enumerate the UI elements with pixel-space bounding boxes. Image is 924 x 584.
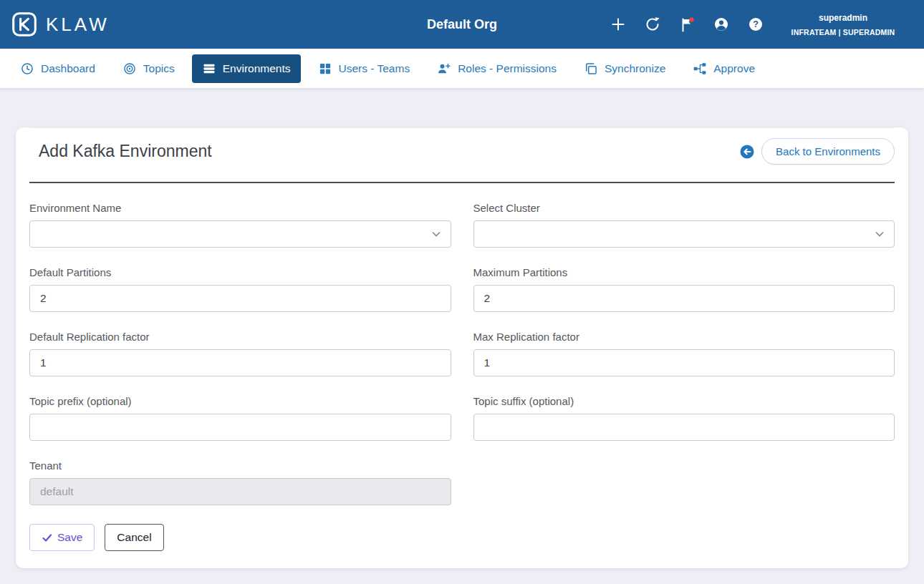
default-replication-input[interactable] <box>29 349 451 376</box>
nav-item-synchronize[interactable]: Synchronize <box>574 54 675 83</box>
back-button-label: Back to Environments <box>776 145 880 157</box>
add-new-button[interactable] <box>610 16 626 32</box>
topics-icon <box>122 62 137 76</box>
nav-item-environments[interactable]: Environments <box>192 54 301 83</box>
chevron-down-icon <box>874 228 885 240</box>
svg-text:?: ? <box>753 19 759 29</box>
notifications-button[interactable] <box>679 16 695 32</box>
tenant-label: Tenant <box>29 459 451 472</box>
nav-label: Topics <box>143 62 175 75</box>
save-button[interactable]: Save <box>29 524 95 551</box>
main-content: Add Kafka Environment Back to Environmen… <box>0 89 924 577</box>
default-partitions-input[interactable] <box>29 285 451 312</box>
cancel-button-label: Cancel <box>117 531 151 544</box>
flag-icon <box>679 16 695 32</box>
nav-label: Roles - Permissions <box>458 62 557 75</box>
help-button[interactable]: ? <box>748 16 764 32</box>
page-title: Add Kafka Environment <box>29 142 212 161</box>
max-replication-input[interactable] <box>473 349 895 376</box>
brand-name: KLAW <box>46 14 110 36</box>
user-team-role: INFRATEAM | SUPERADMIN <box>789 28 897 36</box>
cluster-select[interactable] <box>473 220 895 248</box>
app-header: KLAW Default Org <box>0 0 924 49</box>
nav-label: Environments <box>223 62 291 75</box>
nav-label: Users - Teams <box>339 62 410 75</box>
default-partitions-label: Default Partitions <box>29 266 451 278</box>
users-teams-icon <box>318 62 332 76</box>
nav-item-users-teams[interactable]: Users - Teams <box>308 54 420 83</box>
nav-item-dashboard[interactable]: Dashboard <box>10 54 105 83</box>
refresh-button[interactable] <box>645 16 660 32</box>
klaw-logo[interactable]: KLAW <box>11 11 110 37</box>
tenant-input <box>29 478 451 505</box>
account-circle-icon <box>713 16 729 32</box>
add-environment-card: Add Kafka Environment Back to Environmen… <box>16 127 908 568</box>
notification-badge <box>689 17 693 21</box>
max-replication-label: Max Replication factor <box>473 331 895 343</box>
back-to-environments-button[interactable]: Back to Environments <box>761 138 895 165</box>
nav-label: Synchronize <box>605 62 665 75</box>
dashboard-icon <box>20 62 34 76</box>
environment-name-label: Environment Name <box>29 202 451 214</box>
nav-item-topics[interactable]: Topics <box>112 54 185 83</box>
topic-suffix-label: Topic suffix (optional) <box>473 395 895 407</box>
nav-item-approve[interactable]: Approve <box>683 54 765 83</box>
klaw-logo-icon <box>11 11 37 37</box>
select-cluster-label: Select Cluster <box>473 202 895 214</box>
nav-item-roles-permissions[interactable]: Roles - Permissions <box>427 54 567 83</box>
topic-prefix-label: Topic prefix (optional) <box>29 395 451 407</box>
help-icon: ? <box>748 16 764 32</box>
topic-prefix-input[interactable] <box>29 414 451 441</box>
org-title: Default Org <box>427 17 497 32</box>
refresh-icon <box>645 16 660 32</box>
chevron-down-icon <box>430 228 442 240</box>
cancel-button[interactable]: Cancel <box>105 524 163 551</box>
plus-icon <box>610 16 626 32</box>
roles-permissions-icon <box>437 62 451 76</box>
arrow-left-circle-icon[interactable] <box>739 144 755 160</box>
environment-form: Environment Name Select Cluster <box>29 202 895 524</box>
maximum-partitions-input[interactable] <box>473 285 895 312</box>
save-button-label: Save <box>57 531 82 544</box>
approve-icon <box>693 62 707 76</box>
nav-label: Dashboard <box>41 62 95 75</box>
user-info: superadmin INFRATEAM | SUPERADMIN <box>789 13 897 36</box>
user-name: superadmin <box>789 13 897 23</box>
nav-label: Approve <box>713 62 755 75</box>
profile-button[interactable] <box>713 16 729 32</box>
environment-name-select[interactable] <box>29 220 451 248</box>
maximum-partitions-label: Maximum Partitions <box>473 266 895 278</box>
default-replication-label: Default Replication factor <box>29 331 451 343</box>
synchronize-icon <box>584 62 598 76</box>
section-divider <box>29 182 895 183</box>
check-icon <box>42 532 52 543</box>
main-nav: Dashboard Topics Environments Users - Te… <box>0 49 924 89</box>
topic-suffix-input[interactable] <box>473 414 895 441</box>
environments-icon <box>202 62 216 76</box>
